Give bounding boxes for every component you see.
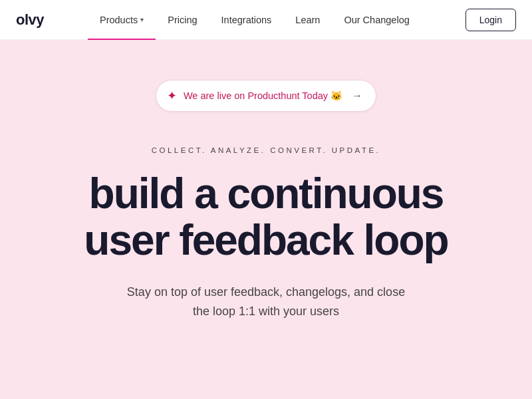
nav-products-label: Products	[100, 15, 138, 25]
nav-links: Products ▾ Pricing Integrations Learn Ou…	[88, 0, 422, 40]
nav-learn[interactable]: Learn	[283, 0, 332, 40]
arrow-icon: →	[352, 90, 362, 102]
hero-subheadline: Stay on top of user feedback, changelogs…	[120, 283, 412, 321]
chevron-down-icon: ▾	[140, 16, 144, 23]
nav-changelog-label: Our Changelog	[344, 15, 409, 25]
nav-learn-label: Learn	[295, 15, 320, 25]
hero-section: ✦ We are live on Producthunt Today 🐱 → C…	[0, 40, 532, 399]
nav-integrations[interactable]: Integrations	[209, 0, 284, 40]
logo: olvy	[16, 11, 44, 29]
nav-changelog[interactable]: Our Changelog	[332, 0, 421, 40]
nav-pricing[interactable]: Pricing	[156, 0, 209, 40]
nav-products[interactable]: Products ▾	[88, 0, 156, 40]
tagline: COLLECT. ANALYZE. CONVERT. UPDATE.	[152, 146, 381, 154]
nav-pricing-label: Pricing	[168, 15, 197, 25]
sparkle-icon: ✦	[167, 88, 177, 103]
hero-headline: build a continuous user feedback loop	[84, 170, 448, 264]
navbar: olvy Products ▾ Pricing Integrations Lea…	[0, 0, 532, 40]
banner-text: We are live on Producthunt Today 🐱	[184, 90, 342, 102]
nav-integrations-label: Integrations	[221, 15, 272, 25]
login-button[interactable]: Login	[466, 9, 516, 31]
headline-line1: build a continuous	[89, 170, 444, 217]
producthunt-banner[interactable]: ✦ We are live on Producthunt Today 🐱 →	[156, 80, 376, 112]
headline-line2: user feedback loop	[84, 216, 448, 264]
